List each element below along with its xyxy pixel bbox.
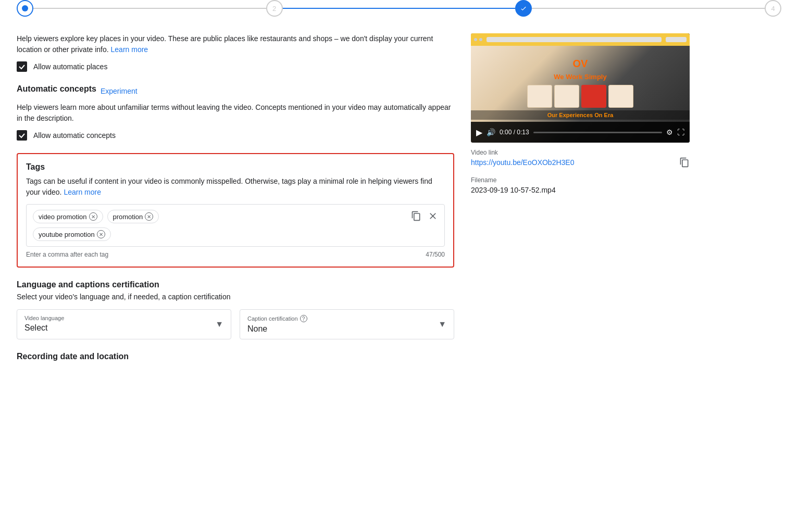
language-caption-desc: Select your video's language and, if nee… — [17, 293, 454, 301]
tags-chips-row: video promotion ✕ promotion ✕ — [33, 210, 438, 223]
places-learn-more-link[interactable]: Learn more — [111, 45, 148, 54]
tags-learn-more-link[interactable]: Learn more — [64, 188, 101, 196]
recording-title: Recording date and location — [17, 352, 454, 361]
browser-address-bar — [487, 37, 662, 42]
progress-track — [533, 132, 662, 133]
video-thumbnail: OV We Work Simply Our Experiences On Era — [471, 33, 690, 143]
cards-row — [527, 85, 633, 108]
video-bottom-overlay: Our Experiences On Era — [471, 110, 690, 120]
tag-chip-remove-youtube[interactable]: ✕ — [97, 230, 105, 238]
video-link-value[interactable]: https://youtu.be/EoOXOb2H3E0 — [471, 158, 574, 167]
filename-value: 2023-09-19 10-57-52.mp4 — [471, 186, 690, 194]
concepts-checkbox-row: Allow automatic concepts — [17, 130, 454, 141]
step-line-3 — [532, 8, 765, 9]
places-desc-text: Help viewers explore key places in your … — [17, 34, 433, 54]
places-checkbox-row: Allow automatic places — [17, 61, 454, 72]
places-checkbox[interactable] — [17, 61, 27, 72]
language-caption-section: Language and captions certification Sele… — [17, 280, 454, 339]
svg-point-0 — [22, 5, 28, 11]
tags-section: Tags Tags can be useful if content in yo… — [17, 153, 454, 268]
concepts-title-row: Automatic concepts Experiment — [17, 84, 454, 98]
tags-title: Tags — [26, 162, 445, 172]
video-language-label: Video language — [24, 315, 223, 321]
volume-icon[interactable]: 🔊 — [487, 128, 495, 136]
left-panel: Help viewers explore key places in your … — [17, 33, 454, 365]
dropdowns-row: Video language Select ▼ Caption certific… — [17, 309, 454, 339]
caption-certification-dropdown[interactable]: Caption certification ? None ▼ — [240, 309, 454, 339]
time-display: 0:00 / 0:13 — [500, 129, 529, 136]
video-language-dropdown[interactable]: Video language Select ▼ — [17, 309, 231, 339]
tag-chip-remove-video-promotion[interactable]: ✕ — [89, 212, 97, 221]
tags-copy-button[interactable] — [410, 210, 422, 222]
tag-chip-label: video promotion — [39, 213, 87, 221]
concepts-checkbox[interactable] — [17, 130, 27, 141]
browser-dot-2 — [479, 38, 482, 41]
page-layout: Help viewers explore key places in your … — [0, 25, 798, 382]
concepts-title: Automatic concepts — [17, 84, 96, 94]
concepts-section: Automatic concepts Experiment Help viewe… — [17, 84, 454, 141]
mini-card-2 — [554, 85, 579, 108]
tags-input-area[interactable]: video promotion ✕ promotion ✕ — [26, 204, 445, 247]
step-4: 4 — [765, 0, 781, 17]
step-line-2 — [283, 8, 516, 9]
tag-chip-remove-promotion[interactable]: ✕ — [145, 212, 153, 221]
tags-icons-row — [410, 210, 439, 222]
caption-arrow: ▼ — [438, 320, 446, 329]
tag-chip-video-promotion: video promotion ✕ — [33, 210, 103, 223]
places-section: Help viewers explore key places in your … — [17, 33, 454, 72]
fullscreen-icon[interactable]: ⛶ — [677, 128, 684, 136]
video-link-group: Video link https://youtu.be/EoOXOb2H3E0 — [471, 149, 574, 167]
places-description: Help viewers explore key places in your … — [17, 33, 454, 55]
tags-footer: Enter a comma after each tag 47/500 — [26, 251, 445, 258]
settings-icon[interactable]: ⚙ — [666, 128, 673, 136]
recording-section: Recording date and location — [17, 352, 454, 361]
caption-label: Caption certification ? — [247, 315, 446, 322]
concepts-description: Help viewers learn more about unfamiliar… — [17, 102, 454, 124]
browser-bar — [471, 33, 690, 46]
step-1 — [17, 0, 33, 17]
caption-label-text: Caption certification — [247, 315, 298, 322]
step-2: 2 — [266, 0, 283, 17]
filename-section: Filename 2023-09-19 10-57-52.mp4 — [471, 176, 690, 194]
places-checkbox-label: Allow automatic places — [33, 62, 107, 71]
site-tagline: We Work Simply — [554, 73, 606, 81]
caption-help-icon: ? — [300, 315, 307, 322]
browser-extra — [666, 37, 687, 42]
tag-chip-label: promotion — [113, 213, 143, 221]
tags-description: Tags can be useful if content in your vi… — [26, 176, 445, 198]
video-link-label: Video link — [471, 149, 574, 156]
tag-chip-promotion: promotion ✕ — [107, 210, 159, 223]
language-caption-title: Language and captions certification — [17, 280, 454, 289]
tags-second-row: youtube promotion ✕ — [33, 227, 438, 241]
play-button[interactable]: ▶ — [476, 128, 482, 137]
video-controls: ▶ 🔊 0:00 / 0:13 ⚙ ⛶ — [471, 122, 690, 143]
mini-card-4 — [608, 85, 633, 108]
video-language-value: Select — [24, 323, 223, 333]
video-link-section: Video link https://youtu.be/EoOXOb2H3E0 — [471, 149, 690, 170]
video-preview: OV We Work Simply Our Experiences On Era — [471, 33, 690, 143]
tags-clear-button[interactable] — [427, 210, 439, 222]
step-line-1 — [33, 8, 266, 9]
tags-count: 47/500 — [426, 251, 445, 258]
copy-link-button[interactable] — [679, 157, 690, 170]
mini-card-3 — [581, 85, 606, 108]
link-copy-row: Video link https://youtu.be/EoOXOb2H3E0 — [471, 149, 690, 170]
browser-dot-1 — [474, 38, 477, 41]
site-logo: OV — [573, 58, 588, 70]
caption-value: None — [247, 324, 446, 334]
right-panel: OV We Work Simply Our Experiences On Era — [471, 33, 690, 365]
step-3 — [515, 0, 532, 17]
video-language-arrow: ▼ — [215, 320, 223, 329]
tag-chip-label: youtube promotion — [39, 231, 95, 238]
concepts-experiment-label[interactable]: Experiment — [101, 87, 138, 95]
concepts-checkbox-label: Allow automatic concepts — [33, 131, 116, 140]
filename-label: Filename — [471, 176, 690, 184]
tag-chip-youtube-promotion: youtube promotion ✕ — [33, 227, 111, 241]
progress-bar: 2 4 — [0, 0, 798, 25]
mini-card-1 — [527, 85, 552, 108]
tags-hint: Enter a comma after each tag — [26, 251, 108, 258]
